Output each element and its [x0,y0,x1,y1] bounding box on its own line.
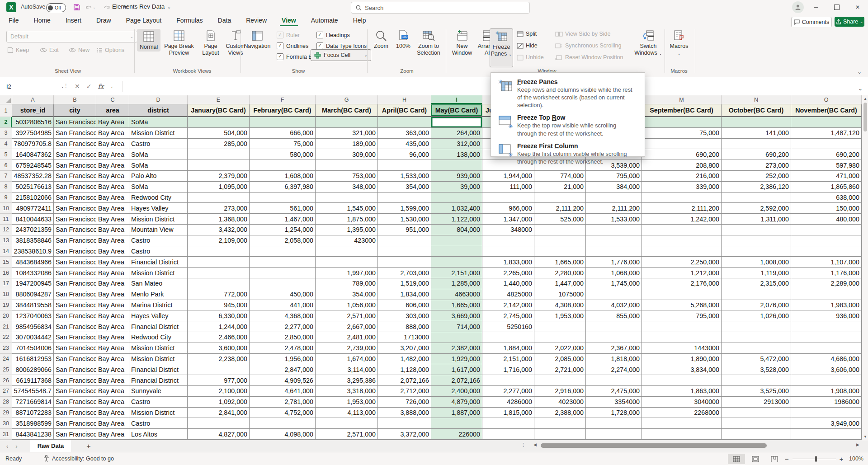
cell[interactable]: 48537352.28 [12,171,54,182]
cell[interactable] [188,268,250,278]
row-number[interactable]: 31 [0,429,12,440]
cell[interactable]: 4,032,000 [586,300,642,311]
row-number[interactable]: 27 [0,386,12,397]
select-all-corner[interactable] [0,95,12,104]
cell[interactable] [791,117,862,128]
cell[interactable] [791,246,862,257]
cell[interactable]: 1713000 [378,332,431,343]
cell[interactable]: 4,113,000 [316,408,378,418]
cell[interactable]: SoMa [129,182,188,193]
search-input[interactable]: Search [351,2,530,14]
synchronous-scrolling-button[interactable]: Synchronous Scrolling [555,42,621,49]
cell[interactable]: 273,000 [188,203,250,214]
cell[interactable] [791,235,862,246]
document-title[interactable]: Elements Rev Data⌄ [112,3,171,10]
cell[interactable]: 4663000 [431,289,482,300]
cell[interactable]: 780979705.8 [12,139,54,150]
cell[interactable]: 3,949,000 [791,418,862,429]
cell[interactable]: 4,308,000 [534,300,586,311]
cell[interactable] [250,117,316,128]
cell[interactable]: 4,909,526 [250,375,316,386]
cell[interactable]: 690,200 [722,149,791,160]
comments-button[interactable]: Comments [791,17,832,28]
cell[interactable] [722,408,791,418]
cell[interactable] [586,289,642,300]
cell[interactable] [586,246,642,257]
cell[interactable] [586,375,642,386]
cell[interactable]: 1075000 [534,289,586,300]
cell[interactable]: 1,244,000 [188,321,250,332]
cell[interactable]: San Francisco [54,203,96,214]
cell[interactable]: 2,238,000 [188,354,250,365]
cell[interactable]: 5,268,000 [642,300,722,311]
row-number[interactable]: 16 [0,268,12,278]
cell[interactable]: 1,068,000 [586,268,642,278]
cell[interactable]: Bay Area [96,235,129,246]
row-number[interactable]: 30 [0,418,12,429]
cell[interactable]: San Francisco [54,289,96,300]
cell[interactable] [642,193,722,203]
cell[interactable]: 96,000 [378,149,431,160]
row-number[interactable]: 19 [0,300,12,311]
cell[interactable] [431,418,482,429]
tab-insert[interactable]: Insert [65,15,82,26]
cell[interactable]: 2,386,120 [722,182,791,193]
cell[interactable] [642,375,722,386]
cell[interactable]: 3040000 [642,397,722,408]
cell[interactable]: Mission District [129,128,188,139]
cell[interactable] [250,268,316,278]
view-side-by-side-button[interactable]: View Side by Side [555,31,611,37]
cell[interactable]: 1,533,000 [586,214,642,225]
cell[interactable]: Sunnyvale [129,386,188,397]
cell[interactable]: 690,200 [791,149,862,160]
cell[interactable] [316,246,378,257]
cell[interactable]: 2,142,000 [482,300,534,311]
cell[interactable]: 525,000 [534,214,586,225]
row-number[interactable]: 10 [0,203,12,214]
cell[interactable] [642,235,722,246]
cell[interactable]: 2,100,000 [188,386,250,397]
cell[interactable]: 1,815,000 [482,408,534,418]
cell[interactable] [378,117,431,128]
tab-review[interactable]: Review [245,15,268,26]
cell[interactable]: 2,315,000 [722,278,791,289]
cell[interactable] [642,289,722,300]
row-number[interactable]: 28 [0,397,12,408]
zoom-to-selection-button[interactable]: Zoom to Selection [414,30,443,56]
cell[interactable] [722,139,791,150]
cell[interactable] [722,246,791,257]
header-cell[interactable]: March(BC Card) [316,104,378,117]
cell[interactable]: 1,608,000 [250,171,316,182]
cell[interactable] [791,408,862,418]
cell[interactable]: 1,032,400 [431,203,482,214]
cell[interactable]: 1640847362 [12,149,54,160]
cell[interactable] [250,278,316,289]
cell[interactable]: 1,119,000 [722,268,791,278]
cell[interactable]: Bay Area [96,160,129,171]
cell[interactable]: 2,111,200 [586,203,642,214]
cell[interactable]: San Francisco [54,214,96,225]
cell[interactable]: 1986000 [791,397,862,408]
cell[interactable]: 1,887,000 [431,408,482,418]
cell[interactable]: 309,000 [316,149,378,160]
cell[interactable] [791,429,862,440]
cell[interactable] [250,246,316,257]
reset-window-position-button[interactable]: Reset Window Position [555,54,623,61]
row-number[interactable]: 13 [0,235,12,246]
column-letter[interactable]: E [188,95,250,104]
row-number[interactable]: 24 [0,354,12,365]
cell[interactable]: Bay Area [96,321,129,332]
cell[interactable]: 4,098,000 [250,429,316,440]
column-letter[interactable]: N [722,95,791,104]
cell[interactable] [316,418,378,429]
cell[interactable]: 4,686,000 [791,354,862,365]
row-number[interactable]: 2 [0,117,12,128]
cell[interactable]: 966,000 [482,203,534,214]
cell[interactable]: 2,250,000 [642,257,722,268]
cell[interactable]: 8443841238 [12,429,54,440]
cell[interactable]: 3927504985 [12,128,54,139]
page-break-preview-button[interactable]: Page Break Preview [159,30,199,56]
cell[interactable]: 1,890,000 [642,354,722,365]
cell[interactable]: 2158102066 [12,193,54,203]
cell[interactable]: 4286000 [482,397,534,408]
